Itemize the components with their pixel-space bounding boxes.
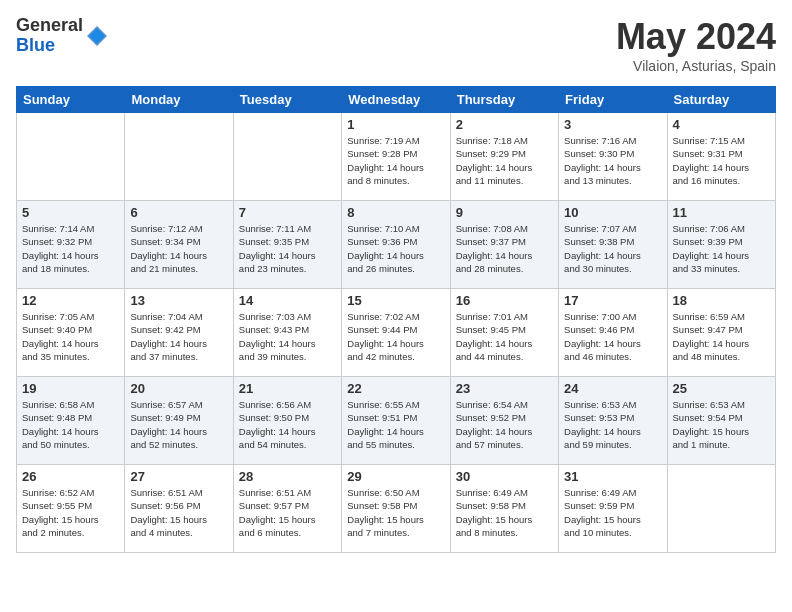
calendar-cell: 19Sunrise: 6:58 AM Sunset: 9:48 PM Dayli… [17, 377, 125, 465]
day-info: Sunrise: 6:55 AM Sunset: 9:51 PM Dayligh… [347, 398, 444, 451]
calendar-table: SundayMondayTuesdayWednesdayThursdayFrid… [16, 86, 776, 553]
day-number: 21 [239, 381, 336, 396]
weekday-header-wednesday: Wednesday [342, 87, 450, 113]
day-number: 1 [347, 117, 444, 132]
day-number: 26 [22, 469, 119, 484]
calendar-cell: 3Sunrise: 7:16 AM Sunset: 9:30 PM Daylig… [559, 113, 667, 201]
calendar-cell: 4Sunrise: 7:15 AM Sunset: 9:31 PM Daylig… [667, 113, 775, 201]
day-number: 19 [22, 381, 119, 396]
calendar-cell: 5Sunrise: 7:14 AM Sunset: 9:32 PM Daylig… [17, 201, 125, 289]
logo-blue-text: Blue [16, 36, 83, 56]
calendar-cell: 15Sunrise: 7:02 AM Sunset: 9:44 PM Dayli… [342, 289, 450, 377]
day-info: Sunrise: 7:08 AM Sunset: 9:37 PM Dayligh… [456, 222, 553, 275]
calendar-cell: 20Sunrise: 6:57 AM Sunset: 9:49 PM Dayli… [125, 377, 233, 465]
day-info: Sunrise: 7:02 AM Sunset: 9:44 PM Dayligh… [347, 310, 444, 363]
day-number: 29 [347, 469, 444, 484]
logo: General Blue [16, 16, 109, 56]
day-number: 20 [130, 381, 227, 396]
day-number: 22 [347, 381, 444, 396]
day-number: 6 [130, 205, 227, 220]
month-title: May 2024 [616, 16, 776, 58]
day-info: Sunrise: 6:53 AM Sunset: 9:53 PM Dayligh… [564, 398, 661, 451]
day-info: Sunrise: 7:06 AM Sunset: 9:39 PM Dayligh… [673, 222, 770, 275]
day-info: Sunrise: 7:03 AM Sunset: 9:43 PM Dayligh… [239, 310, 336, 363]
day-info: Sunrise: 6:51 AM Sunset: 9:56 PM Dayligh… [130, 486, 227, 539]
day-info: Sunrise: 7:19 AM Sunset: 9:28 PM Dayligh… [347, 134, 444, 187]
day-info: Sunrise: 7:14 AM Sunset: 9:32 PM Dayligh… [22, 222, 119, 275]
day-number: 28 [239, 469, 336, 484]
calendar-cell: 22Sunrise: 6:55 AM Sunset: 9:51 PM Dayli… [342, 377, 450, 465]
calendar-cell: 9Sunrise: 7:08 AM Sunset: 9:37 PM Daylig… [450, 201, 558, 289]
calendar-cell: 30Sunrise: 6:49 AM Sunset: 9:58 PM Dayli… [450, 465, 558, 553]
day-number: 30 [456, 469, 553, 484]
calendar-cell: 24Sunrise: 6:53 AM Sunset: 9:53 PM Dayli… [559, 377, 667, 465]
day-info: Sunrise: 7:11 AM Sunset: 9:35 PM Dayligh… [239, 222, 336, 275]
day-info: Sunrise: 6:54 AM Sunset: 9:52 PM Dayligh… [456, 398, 553, 451]
day-info: Sunrise: 7:16 AM Sunset: 9:30 PM Dayligh… [564, 134, 661, 187]
weekday-header-tuesday: Tuesday [233, 87, 341, 113]
day-number: 25 [673, 381, 770, 396]
calendar-cell: 28Sunrise: 6:51 AM Sunset: 9:57 PM Dayli… [233, 465, 341, 553]
weekday-header-row: SundayMondayTuesdayWednesdayThursdayFrid… [17, 87, 776, 113]
calendar-cell: 29Sunrise: 6:50 AM Sunset: 9:58 PM Dayli… [342, 465, 450, 553]
calendar-cell [233, 113, 341, 201]
day-info: Sunrise: 7:10 AM Sunset: 9:36 PM Dayligh… [347, 222, 444, 275]
day-info: Sunrise: 7:01 AM Sunset: 9:45 PM Dayligh… [456, 310, 553, 363]
weekday-header-monday: Monday [125, 87, 233, 113]
weekday-header-saturday: Saturday [667, 87, 775, 113]
day-info: Sunrise: 6:59 AM Sunset: 9:47 PM Dayligh… [673, 310, 770, 363]
day-info: Sunrise: 6:56 AM Sunset: 9:50 PM Dayligh… [239, 398, 336, 451]
calendar-cell: 11Sunrise: 7:06 AM Sunset: 9:39 PM Dayli… [667, 201, 775, 289]
logo-icon [85, 24, 109, 48]
day-number: 16 [456, 293, 553, 308]
day-info: Sunrise: 6:51 AM Sunset: 9:57 PM Dayligh… [239, 486, 336, 539]
day-number: 17 [564, 293, 661, 308]
day-info: Sunrise: 7:05 AM Sunset: 9:40 PM Dayligh… [22, 310, 119, 363]
calendar-cell: 1Sunrise: 7:19 AM Sunset: 9:28 PM Daylig… [342, 113, 450, 201]
day-info: Sunrise: 7:15 AM Sunset: 9:31 PM Dayligh… [673, 134, 770, 187]
calendar-cell: 26Sunrise: 6:52 AM Sunset: 9:55 PM Dayli… [17, 465, 125, 553]
day-number: 12 [22, 293, 119, 308]
calendar-cell: 27Sunrise: 6:51 AM Sunset: 9:56 PM Dayli… [125, 465, 233, 553]
calendar-week-row: 26Sunrise: 6:52 AM Sunset: 9:55 PM Dayli… [17, 465, 776, 553]
logo-general-text: General [16, 16, 83, 36]
day-number: 18 [673, 293, 770, 308]
calendar-cell: 31Sunrise: 6:49 AM Sunset: 9:59 PM Dayli… [559, 465, 667, 553]
calendar-cell: 12Sunrise: 7:05 AM Sunset: 9:40 PM Dayli… [17, 289, 125, 377]
day-info: Sunrise: 6:49 AM Sunset: 9:58 PM Dayligh… [456, 486, 553, 539]
day-number: 4 [673, 117, 770, 132]
weekday-header-thursday: Thursday [450, 87, 558, 113]
day-number: 8 [347, 205, 444, 220]
day-info: Sunrise: 6:52 AM Sunset: 9:55 PM Dayligh… [22, 486, 119, 539]
calendar-week-row: 19Sunrise: 6:58 AM Sunset: 9:48 PM Dayli… [17, 377, 776, 465]
calendar-cell [667, 465, 775, 553]
day-info: Sunrise: 6:50 AM Sunset: 9:58 PM Dayligh… [347, 486, 444, 539]
day-number: 14 [239, 293, 336, 308]
calendar-cell: 8Sunrise: 7:10 AM Sunset: 9:36 PM Daylig… [342, 201, 450, 289]
day-number: 23 [456, 381, 553, 396]
calendar-cell: 2Sunrise: 7:18 AM Sunset: 9:29 PM Daylig… [450, 113, 558, 201]
calendar-cell [17, 113, 125, 201]
day-number: 2 [456, 117, 553, 132]
day-info: Sunrise: 7:04 AM Sunset: 9:42 PM Dayligh… [130, 310, 227, 363]
day-number: 13 [130, 293, 227, 308]
day-info: Sunrise: 6:57 AM Sunset: 9:49 PM Dayligh… [130, 398, 227, 451]
calendar-cell: 21Sunrise: 6:56 AM Sunset: 9:50 PM Dayli… [233, 377, 341, 465]
calendar-week-row: 1Sunrise: 7:19 AM Sunset: 9:28 PM Daylig… [17, 113, 776, 201]
day-number: 27 [130, 469, 227, 484]
calendar-cell: 16Sunrise: 7:01 AM Sunset: 9:45 PM Dayli… [450, 289, 558, 377]
day-number: 5 [22, 205, 119, 220]
day-info: Sunrise: 7:00 AM Sunset: 9:46 PM Dayligh… [564, 310, 661, 363]
calendar-cell: 10Sunrise: 7:07 AM Sunset: 9:38 PM Dayli… [559, 201, 667, 289]
calendar-cell: 25Sunrise: 6:53 AM Sunset: 9:54 PM Dayli… [667, 377, 775, 465]
title-area: May 2024 Vilaion, Asturias, Spain [616, 16, 776, 74]
calendar-cell: 23Sunrise: 6:54 AM Sunset: 9:52 PM Dayli… [450, 377, 558, 465]
day-number: 31 [564, 469, 661, 484]
calendar-cell: 6Sunrise: 7:12 AM Sunset: 9:34 PM Daylig… [125, 201, 233, 289]
day-number: 24 [564, 381, 661, 396]
weekday-header-friday: Friday [559, 87, 667, 113]
day-number: 3 [564, 117, 661, 132]
calendar-cell: 13Sunrise: 7:04 AM Sunset: 9:42 PM Dayli… [125, 289, 233, 377]
calendar-cell: 14Sunrise: 7:03 AM Sunset: 9:43 PM Dayli… [233, 289, 341, 377]
calendar-cell: 18Sunrise: 6:59 AM Sunset: 9:47 PM Dayli… [667, 289, 775, 377]
